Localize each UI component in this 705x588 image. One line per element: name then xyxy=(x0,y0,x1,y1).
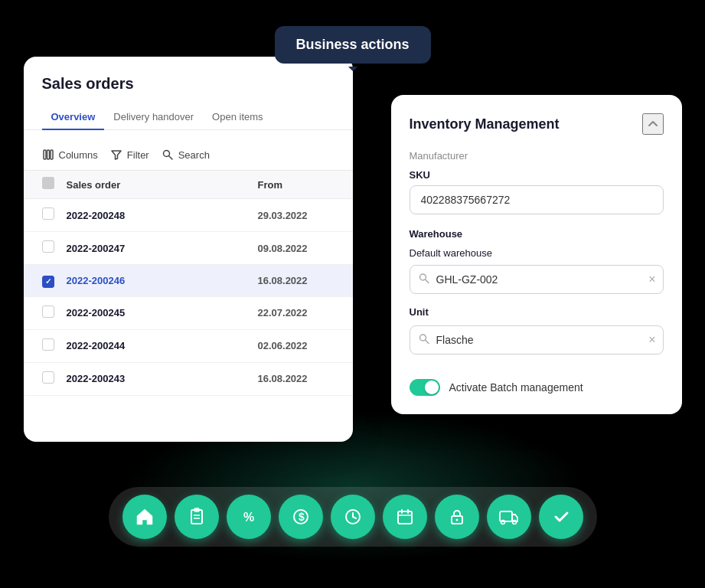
unit-input-wrap: × xyxy=(410,325,664,354)
table-header: Sales order From xyxy=(24,170,353,199)
svg-point-24 xyxy=(455,519,458,521)
sku-label: SKU xyxy=(410,169,664,181)
row-order-value: 2022-200243 xyxy=(67,373,258,384)
table-row[interactable]: 2022-200248 29.03.2022 xyxy=(24,199,353,232)
row-checkbox[interactable] xyxy=(42,240,54,253)
sales-card-title: Sales orders xyxy=(24,75,353,105)
row-from-value: 29.03.2022 xyxy=(258,210,335,221)
manufacturer-label: Manufacturer xyxy=(410,150,664,162)
sales-tabs: Overview Delivery handover Open items xyxy=(24,105,353,130)
svg-rect-19 xyxy=(398,511,412,524)
row-checkbox[interactable] xyxy=(42,276,54,288)
table-row[interactable]: 2022-200245 22.07.2022 xyxy=(24,297,353,330)
svg-line-8 xyxy=(425,340,429,344)
sku-input[interactable] xyxy=(410,185,664,214)
icon-bar: % $ xyxy=(109,487,597,547)
warehouse-section-label: Warehouse xyxy=(410,228,664,240)
clipboard-icon-button[interactable] xyxy=(175,495,219,539)
row-order-value: 2022-200248 xyxy=(67,210,258,221)
columns-label: Columns xyxy=(59,149,98,161)
svg-point-26 xyxy=(501,521,504,524)
filter-button[interactable]: Filter xyxy=(110,149,149,161)
house-icon-button[interactable] xyxy=(122,495,167,539)
search-label: Search xyxy=(178,149,210,161)
columns-icon xyxy=(42,149,54,161)
table-row[interactable]: 2022-200246 16.08.2022 xyxy=(24,265,353,297)
svg-line-6 xyxy=(425,279,429,283)
warehouse-clear-button[interactable]: × xyxy=(648,273,655,286)
dollar-icon-button[interactable]: $ xyxy=(279,495,323,539)
sales-toolbar: Columns Filter Search xyxy=(24,142,353,170)
default-warehouse-label: Default warehouse xyxy=(410,247,664,259)
row-checkbox[interactable] xyxy=(42,371,54,384)
unit-input[interactable] xyxy=(410,325,664,354)
activate-batch-section: Activate Batch management xyxy=(410,367,664,396)
batch-toggle[interactable] xyxy=(410,379,440,396)
row-order-value: 2022-200247 xyxy=(67,243,258,254)
toggle-track xyxy=(410,379,440,396)
columns-button[interactable]: Columns xyxy=(42,149,98,161)
lock-icon-button[interactable] xyxy=(435,495,479,539)
sales-table: Sales order From 2022-200248 29.03.2022 … xyxy=(24,170,353,396)
business-actions-tooltip: Business actions xyxy=(274,26,430,64)
search-icon xyxy=(162,149,174,161)
row-checkbox[interactable] xyxy=(42,305,54,318)
svg-line-18 xyxy=(353,517,356,518)
sales-orders-card: Sales orders Overview Delivery handover … xyxy=(24,57,353,442)
toggle-thumb xyxy=(425,381,439,394)
business-actions-label: Business actions xyxy=(295,37,409,52)
row-checkbox[interactable] xyxy=(42,338,54,351)
col-order-header: Sales order xyxy=(67,179,258,191)
unit-search-icon xyxy=(419,334,429,347)
search-button[interactable]: Search xyxy=(162,149,210,161)
row-order-value: 2022-200246 xyxy=(67,275,258,286)
warehouse-search-icon xyxy=(419,273,429,286)
unit-clear-button[interactable]: × xyxy=(648,333,655,347)
svg-rect-0 xyxy=(44,150,46,159)
col-from-header: From xyxy=(258,179,335,191)
svg-rect-1 xyxy=(47,150,49,159)
svg-rect-25 xyxy=(500,511,512,521)
unit-label: Unit xyxy=(410,306,664,318)
default-warehouse-input-wrap: × xyxy=(410,265,664,294)
row-order-value: 2022-200245 xyxy=(67,307,258,318)
inventory-panel: Inventory Management Manufacturer SKU Wa… xyxy=(391,95,682,414)
row-from-value: 02.06.2022 xyxy=(258,340,335,351)
svg-line-4 xyxy=(168,156,172,160)
tab-open-items[interactable]: Open items xyxy=(203,105,272,130)
warehouse-section: Warehouse Default warehouse × xyxy=(410,228,664,294)
filter-icon xyxy=(110,149,122,161)
table-row[interactable]: 2022-200244 02.06.2022 xyxy=(24,330,353,363)
row-checkbox[interactable] xyxy=(42,207,54,220)
default-warehouse-input[interactable] xyxy=(410,265,664,294)
header-checkbox[interactable] xyxy=(42,177,54,189)
table-row[interactable]: 2022-200247 09.08.2022 xyxy=(24,232,353,265)
tab-overview[interactable]: Overview xyxy=(42,105,105,130)
filter-label: Filter xyxy=(127,149,149,161)
calendar-icon-button[interactable] xyxy=(383,495,427,539)
check-icon-button[interactable] xyxy=(539,495,583,539)
collapse-button[interactable] xyxy=(642,113,664,135)
svg-rect-2 xyxy=(51,150,53,159)
svg-text:%: % xyxy=(243,511,254,524)
row-from-value: 16.08.2022 xyxy=(258,275,335,286)
row-order-value: 2022-200244 xyxy=(67,340,258,351)
tab-delivery-handover[interactable]: Delivery handover xyxy=(104,105,203,130)
svg-point-27 xyxy=(512,521,516,524)
activate-batch-label: Activate Batch management xyxy=(449,381,583,394)
unit-section: Unit × xyxy=(410,306,664,354)
panel-title: Inventory Management xyxy=(410,116,560,132)
truck-icon-button[interactable] xyxy=(487,495,531,539)
table-row[interactable]: 2022-200243 16.08.2022 xyxy=(24,363,353,396)
panel-header: Inventory Management xyxy=(410,113,664,135)
row-from-value: 09.08.2022 xyxy=(258,243,335,254)
row-from-value: 22.07.2022 xyxy=(258,307,335,318)
row-from-value: 16.08.2022 xyxy=(258,373,335,384)
clock-icon-button[interactable] xyxy=(331,495,375,539)
svg-text:$: $ xyxy=(299,511,305,523)
percent-icon-button[interactable]: % xyxy=(227,495,271,539)
